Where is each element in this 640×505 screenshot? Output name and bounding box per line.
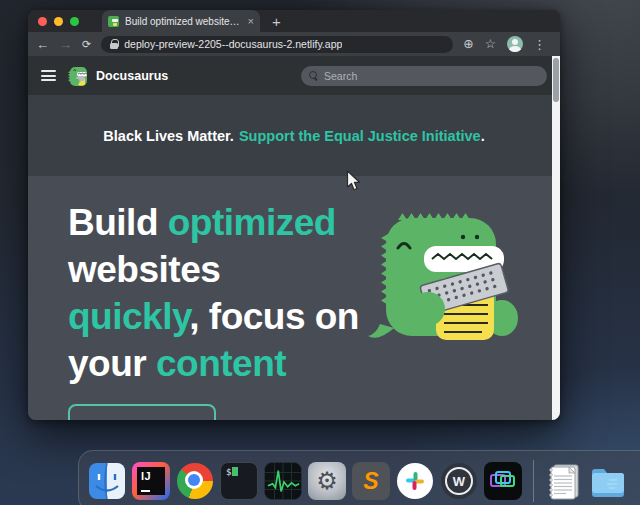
gear-icon: ⚙: [316, 469, 338, 493]
plus-circle-icon[interactable]: ⊕: [463, 38, 473, 51]
hamburger-menu-icon[interactable]: [41, 70, 56, 81]
zoom-window-button[interactable]: [70, 17, 79, 26]
announcement-text: Black Lives Matter.: [103, 128, 234, 144]
minimize-window-button[interactable]: [54, 17, 63, 26]
announcement-bar: Black Lives Matter. Support the Equal Ju…: [28, 95, 560, 176]
hero-title-segment: Build: [68, 202, 168, 243]
hero-title: Build optimizedwebsitesquickly, focus on…: [68, 200, 398, 388]
activity-monitor-icon[interactable]: [264, 462, 302, 500]
scrollbar-thumb[interactable]: [553, 58, 559, 102]
lock-icon: [110, 39, 118, 49]
workplace-icon[interactable]: W: [441, 463, 477, 499]
finder-icon[interactable]: [88, 462, 126, 500]
announcement-suffix: .: [481, 128, 485, 144]
dock: IJ $ ⚙ S: [78, 450, 640, 505]
desktop: Build optimized websites quick × + ← → ⟳…: [0, 0, 640, 505]
intellij-idea-icon[interactable]: IJ: [132, 462, 170, 500]
browser-window: Build optimized websites quick × + ← → ⟳…: [28, 10, 560, 420]
scrollbar-track[interactable]: [552, 56, 560, 420]
system-preferences-icon[interactable]: ⚙: [308, 462, 346, 500]
new-tab-button[interactable]: +: [272, 14, 281, 29]
browser-menu-icon[interactable]: ⋮: [533, 38, 546, 51]
hero-title-segment: your: [68, 343, 156, 384]
hero-title-segment: optimized: [168, 202, 336, 243]
chrome-icon[interactable]: [176, 462, 214, 500]
sublime-text-icon[interactable]: S: [352, 462, 390, 500]
hero-section: Build optimizedwebsitesquickly, focus on…: [28, 176, 560, 420]
reload-icon[interactable]: ⟳: [82, 39, 91, 50]
tab-strip: Build optimized websites quick × +: [28, 10, 560, 32]
browser-tab[interactable]: Build optimized websites quick ×: [102, 10, 260, 32]
search-box: [301, 66, 547, 86]
terminal-icon[interactable]: $: [220, 462, 258, 500]
hero-title-segment: websites: [68, 249, 220, 290]
mouse-cursor: [346, 170, 362, 192]
docusaurus-favicon-icon: [108, 16, 119, 27]
tab-title: Build optimized websites quick: [125, 16, 244, 27]
page-viewport: Docusaurus Black Lives Matter. Support t…: [28, 56, 560, 420]
slack-icon[interactable]: [396, 462, 434, 500]
profile-avatar[interactable]: [507, 36, 523, 52]
url-text: deploy-preview-2205--docusaurus-2.netlif…: [124, 38, 342, 50]
documents-stack-icon[interactable]: [545, 462, 583, 500]
get-started-button[interactable]: [68, 404, 216, 420]
browser-toolbar: ← → ⟳ deploy-preview-2205--docusaurus-2.…: [28, 32, 560, 56]
bookmark-star-icon[interactable]: ☆: [485, 38, 496, 51]
close-window-button[interactable]: [38, 17, 47, 26]
dino-keyboard-illustration: [364, 206, 532, 348]
downloads-folder-icon[interactable]: [589, 462, 627, 500]
brand-name[interactable]: Docusaurus: [96, 69, 168, 83]
search-input[interactable]: [301, 66, 547, 86]
screen-capture-icon[interactable]: [484, 462, 522, 500]
announcement-link[interactable]: Support the Equal Justice Initiative: [239, 128, 481, 144]
back-icon[interactable]: ←: [36, 38, 49, 51]
hero-title-segment: content: [156, 343, 286, 384]
docusaurus-logo-icon[interactable]: [67, 65, 89, 87]
forward-icon[interactable]: →: [59, 38, 72, 51]
site-navbar: Docusaurus: [28, 56, 560, 95]
hero-title-segment: quickly: [68, 296, 189, 337]
hero-title-segment: , focus on: [189, 296, 359, 337]
address-bar[interactable]: deploy-preview-2205--docusaurus-2.netlif…: [101, 36, 453, 53]
dock-divider: [533, 460, 534, 502]
tab-close-icon[interactable]: ×: [248, 16, 254, 27]
